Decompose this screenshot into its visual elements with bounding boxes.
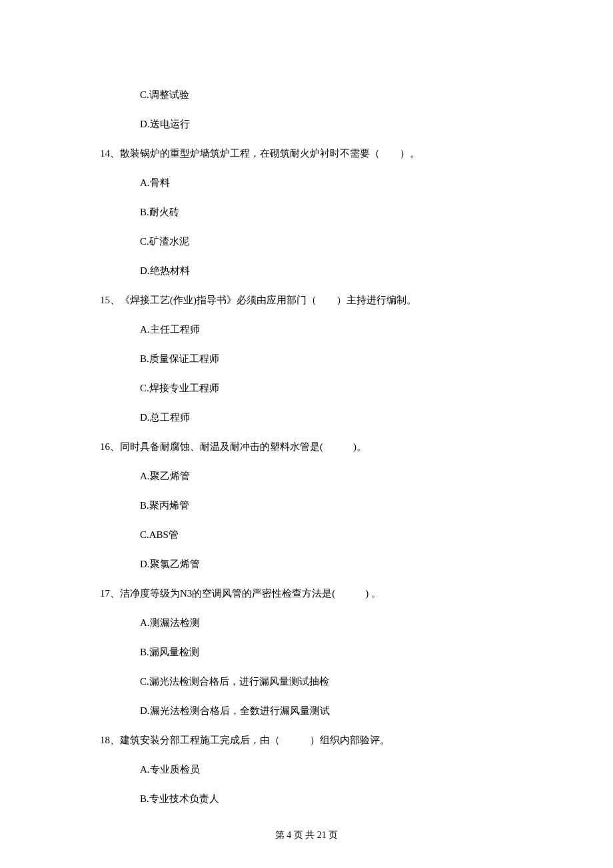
q15-option-b: B.质量保证工程师 xyxy=(140,351,513,367)
q17-stem: 17、洁净度等级为N3的空调风管的严密性检查方法是( ) 。 xyxy=(100,585,513,601)
q16-stem: 16、同时具备耐腐蚀、耐温及耐冲击的塑料水管是( )。 xyxy=(100,439,513,455)
q14-option-d: D.绝热材料 xyxy=(140,263,513,279)
q13-option-c: C.调整试验 xyxy=(140,87,513,103)
q15-option-c: C.焊接专业工程师 xyxy=(140,380,513,396)
q17-option-d: D.漏光法检测合格后，全数进行漏风量测试 xyxy=(140,703,513,719)
q18-option-b: B.专业技术负责人 xyxy=(140,791,513,807)
q14-option-c: C.矿渣水泥 xyxy=(140,233,513,249)
q16-option-c: C.ABS管 xyxy=(140,527,513,543)
q18-stem: 18、建筑安装分部工程施工完成后，由（ ）组织内部验评。 xyxy=(100,732,513,748)
q15-option-a: A.主任工程师 xyxy=(140,321,513,337)
q18-option-a: A.专业质检员 xyxy=(140,761,513,777)
q14-option-b: B.耐火砖 xyxy=(140,204,513,220)
q17-option-c: C.漏光法检测合格后，进行漏风量测试抽检 xyxy=(140,673,513,689)
q16-option-a: A.聚乙烯管 xyxy=(140,468,513,484)
page-content: C.调整试验 D.送电运行 14、散装锅炉的重型炉墙筑炉工程，在砌筑耐火炉衬时不… xyxy=(0,0,613,807)
page-footer: 第 4 页 共 21 页 xyxy=(0,829,613,841)
q16-option-b: B.聚丙烯管 xyxy=(140,497,513,513)
q15-option-d: D.总工程师 xyxy=(140,409,513,425)
q14-option-a: A.骨料 xyxy=(140,175,513,191)
q17-option-a: A.测漏法检测 xyxy=(140,615,513,631)
q16-option-d: D.聚氯乙烯管 xyxy=(140,556,513,572)
q14-stem: 14、散装锅炉的重型炉墙筑炉工程，在砌筑耐火炉衬时不需要（ ）。 xyxy=(100,145,513,161)
q17-option-b: B.漏风量检测 xyxy=(140,644,513,660)
q15-stem: 15、《焊接工艺(作业)指导书》必须由应用部门（ ）主持进行编制。 xyxy=(100,292,513,308)
q13-option-d: D.送电运行 xyxy=(140,116,513,132)
